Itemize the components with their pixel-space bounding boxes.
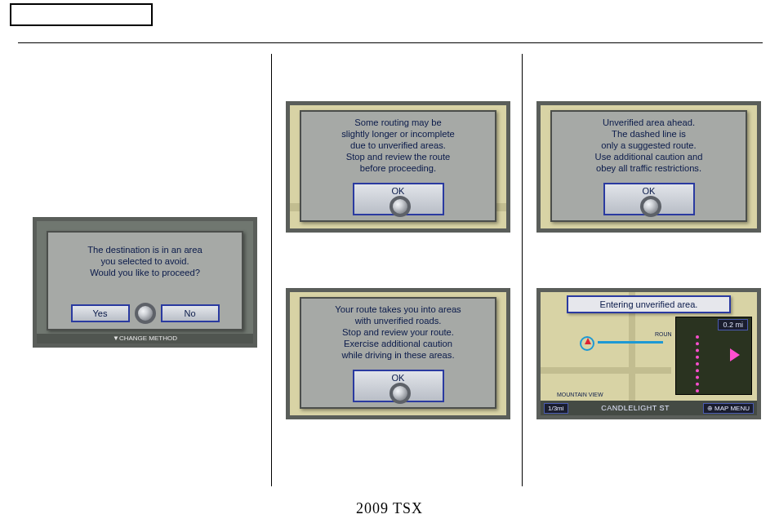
dialog-unverified-ahead: Unverified area ahead. The dashed line i… bbox=[550, 110, 747, 222]
joystick-icon bbox=[390, 383, 411, 404]
button-bar: OK bbox=[301, 183, 495, 215]
joystick-icon bbox=[135, 303, 156, 324]
scale-badge[interactable]: 1/3mi bbox=[544, 403, 568, 414]
section-header-box bbox=[10, 3, 153, 26]
turn-distance-badge: 0.2 mi bbox=[718, 319, 748, 330]
yes-button[interactable]: Yes bbox=[71, 304, 130, 322]
ok-label: OK bbox=[392, 373, 405, 383]
place-label: MOUNTAIN VIEW bbox=[557, 392, 603, 397]
joystick-icon bbox=[390, 196, 411, 217]
column-divider-2 bbox=[522, 54, 523, 486]
no-label: No bbox=[184, 308, 195, 318]
button-bar: Yes No bbox=[48, 303, 242, 324]
map-menu-button[interactable]: ⊕ MAP MENU bbox=[703, 403, 754, 414]
page-footer: 2009 TSX bbox=[0, 500, 779, 517]
yes-label: Yes bbox=[93, 308, 108, 318]
vehicle-heading-icon bbox=[585, 338, 591, 344]
banner-text: Entering unverified area. bbox=[600, 299, 698, 309]
no-button[interactable]: No bbox=[161, 304, 220, 322]
button-bar: OK bbox=[301, 370, 495, 402]
current-street-label: CANDLELIGHT ST bbox=[601, 404, 670, 412]
dialog-text: The destination is in an area you select… bbox=[48, 236, 242, 278]
ok-button[interactable]: OK bbox=[603, 183, 695, 215]
change-method-label: ▼CHANGE METHOD bbox=[113, 335, 177, 342]
dialog-unverified-roads: Your route takes you into areas with unv… bbox=[300, 297, 496, 409]
joystick-icon bbox=[640, 196, 661, 217]
change-method-bar[interactable]: ▼CHANGE METHOD bbox=[37, 334, 253, 344]
column-divider-1 bbox=[271, 54, 272, 486]
nav-screen-avoid-area: The destination is in an area you select… bbox=[33, 217, 257, 348]
ok-label: OK bbox=[392, 186, 405, 196]
suggested-route-dashed bbox=[696, 335, 699, 392]
horizontal-rule bbox=[18, 42, 763, 43]
dialog-avoid-area: The destination is in an area you select… bbox=[47, 231, 243, 330]
nav-screen-routing-longer: Some routing may be slightly longer or i… bbox=[286, 101, 510, 233]
entering-unverified-banner: Entering unverified area. bbox=[567, 295, 731, 313]
nav-screen-entering-unverified: MOUNTAIN VIEW ROUN Entering unverified a… bbox=[536, 288, 761, 419]
nav-screen-unverified-ahead: Unverified area ahead. The dashed line i… bbox=[536, 101, 761, 233]
ok-label: OK bbox=[643, 186, 656, 196]
dialog-text: Your route takes you into areas with unv… bbox=[301, 302, 495, 361]
nav-screen-unverified-roads: Your route takes you into areas with unv… bbox=[286, 288, 510, 419]
turn-arrow-icon bbox=[730, 348, 740, 361]
ok-button[interactable]: OK bbox=[353, 370, 444, 402]
dialog-text: Unverified area ahead. The dashed line i… bbox=[552, 115, 746, 174]
road-label: ROUN bbox=[655, 331, 672, 337]
turn-preview-thumbnail: 0.2 mi bbox=[675, 317, 752, 395]
dialog-text: Some routing may be slightly longer or i… bbox=[301, 115, 495, 174]
ok-button[interactable]: OK bbox=[353, 183, 444, 215]
route-line bbox=[598, 341, 663, 344]
dialog-routing-longer: Some routing may be slightly longer or i… bbox=[300, 110, 496, 222]
map-bottom-strip: 1/3mi CANDLELIGHT ST ⊕ MAP MENU bbox=[541, 401, 757, 415]
button-bar: OK bbox=[552, 183, 746, 215]
